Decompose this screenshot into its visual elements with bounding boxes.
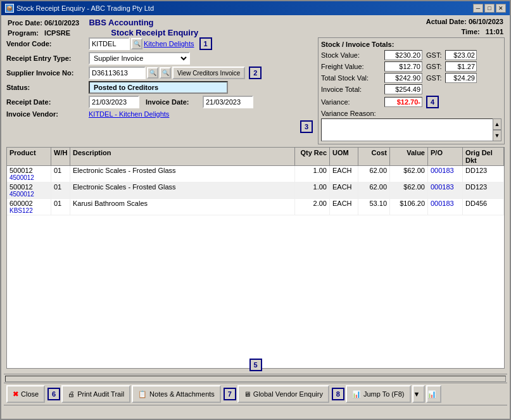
totals-box: Stock / Invoice Totals: Stock Value: $23… (318, 37, 505, 144)
global-label: Global Vendor Enquiry (253, 390, 323, 398)
vendor-name-link[interactable]: Kitchen Delights (144, 40, 194, 48)
close-button[interactable]: ✖ Close (6, 385, 45, 403)
variance-reason-container: ▲ ▼ (321, 118, 502, 141)
vendor-search-button[interactable]: 🔍 (131, 38, 142, 49)
status-value: Posted to Creditors (89, 81, 228, 94)
product-code: 500012 (9, 183, 48, 191)
notes-button[interactable]: 📋 Notes & Attachments (132, 385, 221, 403)
badge-6[interactable]: 6 (47, 388, 60, 400)
receipt-type-select[interactable]: Supplier Invoice (89, 52, 190, 65)
print-button[interactable]: 🖨 Print Audit Trail (61, 385, 130, 403)
badge-8[interactable]: 8 (332, 388, 344, 400)
cell-po: 000183 (428, 199, 463, 215)
cell-qty: 1.00 (295, 182, 330, 198)
variance-reason-input[interactable] (321, 118, 502, 141)
close-label: Close (21, 390, 39, 398)
jump-icon: 📊 (352, 390, 361, 398)
cell-del: DD456 (463, 199, 504, 215)
product-sub: 4500012 (9, 191, 48, 198)
time-info: Time: 11:01 (462, 28, 503, 37)
variance-reason-row: Variance Reason: (321, 110, 502, 117)
maximize-button[interactable]: □ (484, 4, 495, 13)
cell-del: DD123 (463, 182, 504, 198)
receipt-type-row: Receipt Entry Type: Supplier Invoice (6, 52, 313, 65)
form-totals-section: Vendor Code: KITDEL 🔍 Kitchen Delights 1… (4, 37, 507, 144)
main-content: Proc Date: 06/10/2023 BBS Accounting Act… (1, 15, 510, 419)
jump-dropdown-button[interactable]: ▼ (412, 385, 425, 403)
table-row[interactable]: 500012 4500012 01 Electronic Scales - Fr… (7, 166, 504, 182)
variance-reason-label: Variance Reason: (321, 110, 384, 117)
badge-5-area: 5 (4, 359, 507, 371)
receipt-type-label: Receipt Entry Type: (6, 54, 89, 62)
cell-cost: 62.00 (358, 166, 390, 182)
vendor-code-label: Vendor Code: (6, 40, 89, 48)
footer-bar: ✖ Close 6 🖨 Print Audit Trail 📋 Notes & … (4, 383, 507, 405)
cell-desc: Electronic Scales - Frosted Glass (70, 166, 295, 182)
badge-1[interactable]: 1 (199, 37, 212, 50)
invoice-date-input[interactable]: 21/03/2023 (203, 96, 253, 108)
actual-date: Actual Date: 06/10/2023 (426, 18, 503, 27)
minimize-button[interactable]: ─ (473, 4, 483, 13)
vendor-code-input[interactable]: KITDEL (89, 37, 130, 50)
form-section: Vendor Code: KITDEL 🔍 Kitchen Delights 1… (6, 37, 313, 144)
badge-4[interactable]: 4 (426, 96, 439, 108)
invoice-total: $254.49 (384, 84, 422, 94)
col-header-wh: W/H (51, 148, 70, 165)
window-icon: 📦 (5, 4, 14, 13)
print-icon: 🖨 (68, 390, 75, 398)
badge-7[interactable]: 7 (224, 388, 236, 400)
col-header-po: P/O (428, 148, 463, 165)
product-code: 500012 (9, 167, 48, 174)
col-header-value: Value (390, 148, 428, 165)
cell-cost: 53.10 (358, 199, 390, 215)
receipt-date-input[interactable]: 21/03/2023 (89, 96, 139, 108)
cell-uom: EACH (330, 199, 358, 215)
product-sub: 4500012 (9, 174, 48, 181)
invoice-search-button[interactable]: 🔍 (147, 67, 158, 79)
cell-qty: 2.00 (295, 199, 330, 215)
invoice-detail-button[interactable]: 🔍 (160, 67, 171, 79)
variance-scroll-up[interactable]: ▲ (493, 118, 502, 130)
total-gst: $24.29 (445, 73, 477, 83)
scrollbar-track[interactable] (5, 376, 506, 382)
close-button[interactable]: ✕ (496, 4, 506, 13)
data-table: Product W/H Description Qty Rec UOM Cost… (6, 147, 505, 369)
notes-icon: 📋 (138, 390, 147, 398)
badge-5[interactable]: 5 (249, 359, 262, 371)
jump-button[interactable]: 📊 Jump To (F8) (346, 385, 411, 403)
cell-po: 000183 (428, 182, 463, 198)
cell-po: 000183 (428, 166, 463, 182)
col-header-desc: Description (70, 148, 295, 165)
cell-wh: 01 (51, 182, 70, 198)
global-vendor-button[interactable]: 🖥 Global Vendor Enquiry (237, 385, 329, 403)
table-body: 500012 4500012 01 Electronic Scales - Fr… (7, 166, 504, 368)
cell-product: 600002 KBS122 (7, 199, 51, 215)
cell-value: $62.00 (390, 182, 428, 198)
window-controls: ─ □ ✕ (473, 4, 506, 13)
supplier-invoice-input[interactable]: D36113613 (89, 67, 146, 79)
badge-2[interactable]: 2 (249, 67, 262, 79)
total-stock-label: Total Stock Val: (321, 74, 384, 82)
invoice-date-label: Invoice Date: (146, 98, 203, 106)
totals-title: Stock / Invoice Totals: (321, 41, 502, 48)
invoice-vendor-link[interactable]: KITDEL - Kitchen Delights (89, 110, 169, 118)
table-row[interactable]: 500012 4500012 01 Electronic Scales - Fr… (7, 182, 504, 199)
table-row[interactable]: 600002 KBS122 01 Karusi Bathroom Scales … (7, 199, 504, 215)
notes-label: Notes & Attachments (149, 390, 215, 398)
col-header-product: Product (7, 148, 51, 165)
horizontal-scrollbar[interactable] (4, 374, 507, 383)
program-info: Program: ICPSRE Stock Receipt Enquiry (8, 28, 198, 37)
cell-wh: 01 (51, 199, 70, 215)
product-sub: KBS122 (9, 207, 48, 214)
total-stock: $242.90 (384, 73, 422, 83)
status-row: Status: Posted to Creditors (6, 81, 313, 94)
supplier-invoice-field: D36113613 🔍 🔍 View Creditors Invoice 2 (89, 67, 262, 79)
totals-section: Stock / Invoice Totals: Stock Value: $23… (318, 37, 505, 144)
variance-scroll-down[interactable]: ▼ (493, 130, 502, 141)
badge-3[interactable]: 3 (300, 120, 313, 133)
extra-button[interactable]: 📊 (426, 385, 441, 403)
cell-wh: 01 (51, 166, 70, 182)
col-header-qty: Qty Rec (295, 148, 330, 165)
cell-desc: Karusi Bathroom Scales (70, 199, 295, 215)
view-creditors-button[interactable]: View Creditors Invoice (172, 67, 245, 79)
